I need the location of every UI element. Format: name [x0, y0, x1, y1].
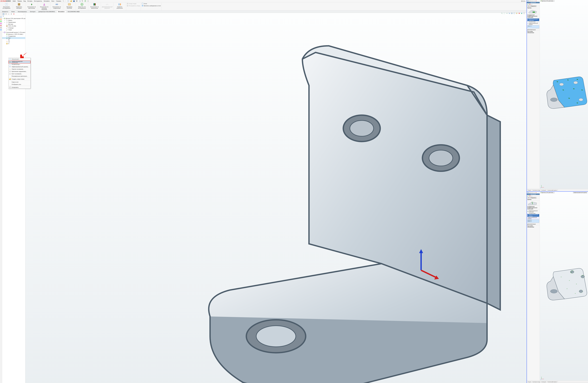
breadcrumb[interactable]: Деталь1 (По умолчани... — [540, 192, 555, 193]
view-settings-icon[interactable] — [523, 12, 525, 14]
tree-annotations[interactable]: ▸Примечания — [2, 21, 25, 23]
mgr-tab-property-icon[interactable] — [529, 192, 531, 193]
ctx-fixed-hinge[interactable]: Зафиксированный шарнир... — [9, 66, 30, 68]
tab-mbd[interactable]: SOLIDWORKS MBD — [66, 10, 81, 13]
scene-icon[interactable] — [521, 12, 523, 14]
section-view-icon[interactable] — [508, 12, 510, 14]
pm-opt-fixed-geometry[interactable]: Зафиксированная геометрия — [527, 210, 539, 213]
btab-model[interactable]: Модель — [527, 189, 532, 191]
ribbon-compare-results[interactable]: Сравнить результаты — [113, 2, 126, 10]
ctx-fixed-geometry[interactable]: Зафиксированная геометрия... — [9, 61, 30, 63]
menu-search-icon[interactable] — [62, 0, 65, 2]
mgr-tab-config-icon[interactable] — [531, 192, 533, 193]
ribbon-run-study[interactable]: Запустить это исследование — [76, 2, 88, 10]
btab-3dviews[interactable]: Трехмерные виды — [532, 381, 541, 383]
btab-motion[interactable]: Анимация1 — [541, 381, 547, 383]
mgr-tab-expand-icon[interactable]: › — [23, 13, 25, 15]
pm-ok-icon[interactable] — [527, 3, 529, 5]
graphics-viewport[interactable]: Y X Z — [25, 13, 527, 383]
inset-viewport-bottom[interactable]: Деталь1 (По умолчани... Зафиксированный … — [540, 192, 588, 381]
inset-viewport-top[interactable]: Деталь1 (По умолчани... — [540, 0, 588, 189]
pm-tab-type[interactable]: Тип — [527, 5, 530, 7]
tree-material[interactable]: 7075-T6 (SN) — [2, 25, 25, 27]
ctx-bolt[interactable]: Болт основания... — [9, 73, 30, 75]
hide-show-icon[interactable] — [516, 12, 518, 14]
ctx-copy[interactable]: Копировать — [9, 86, 30, 89]
qat-open-icon[interactable] — [70, 0, 72, 2]
view-triad[interactable] — [541, 376, 545, 380]
menu-window[interactable]: Окно — [51, 0, 55, 2]
tab-addins[interactable]: Добавления SOLIDWORKS — [37, 10, 56, 13]
zoom-fit-icon[interactable] — [501, 12, 503, 14]
tree-mesh[interactable]: Се — [2, 41, 25, 43]
qat-options-icon[interactable] — [87, 0, 89, 2]
pm-pushpin-icon[interactable] — [531, 3, 532, 5]
tree-sensors[interactable]: Датчики — [2, 23, 25, 25]
tree-result-options[interactable]: П — [2, 43, 25, 45]
ctx-new-folder[interactable]: Создать новую папку — [9, 78, 30, 80]
menu-tools[interactable]: Инструменты — [33, 0, 43, 2]
ctx-advanced[interactable]: Расширенные крепления... — [9, 75, 30, 77]
tab-sketch[interactable]: Эскиз — [10, 10, 16, 13]
pm-cancel-icon[interactable] — [529, 3, 531, 5]
mgr-tab-property-icon[interactable] — [5, 13, 7, 15]
tree-connections[interactable]: Соединения — [2, 35, 25, 37]
qat-undo-icon[interactable] — [78, 0, 81, 2]
pm-tab-split[interactable]: Разделить — [530, 5, 537, 7]
mgr-tab-dimxpert-icon[interactable] — [533, 0, 535, 2]
display-style-icon[interactable] — [513, 12, 515, 14]
mgr-tab-config-icon[interactable] — [531, 0, 533, 2]
pm-symbol-header[interactable]: Настройки обозначения — [527, 31, 540, 34]
ctx-bearing[interactable]: Крепление подшипника... — [9, 70, 30, 73]
pm-opt-fixed-geometry[interactable]: Зафиксированная геометрия — [527, 19, 539, 21]
pm-advanced-header[interactable]: Дополнительно — [527, 29, 540, 31]
menu-edit[interactable]: Правка — [17, 0, 22, 2]
btab-motion[interactable]: Анимация1 — [541, 189, 547, 191]
tree-history[interactable]: ▸History — [2, 20, 25, 21]
mgr-tab-feature-icon[interactable] — [2, 13, 5, 15]
view-orient-icon[interactable] — [511, 12, 513, 14]
btab-model[interactable]: Модель — [527, 381, 532, 383]
pm-opt-hinge[interactable]: Зафиксированный шарнир — [527, 23, 539, 25]
view-triad[interactable] — [541, 184, 545, 188]
mgr-tab-display-icon[interactable] — [535, 0, 537, 2]
btab-study[interactable]: Статический анализ 1 — [547, 189, 558, 191]
ribbon-loads-advisor[interactable]: Консультант по внешним нагрузкам — [38, 2, 51, 10]
pm-selection-list[interactable]: Грань<1> — [527, 25, 539, 28]
mgr-tab-feature-icon[interactable] — [527, 192, 529, 193]
include-image-item[interactable]: Включить изображение в отчет — [142, 5, 161, 7]
report-item[interactable]: Отчет — [142, 3, 161, 5]
pm-ok-icon[interactable] — [527, 195, 529, 197]
menu-view[interactable]: Вид — [23, 0, 27, 2]
qat-new-icon[interactable] — [67, 0, 70, 2]
tree-fixtures[interactable]: Кре — [2, 37, 25, 39]
tree-plane-top[interactable]: Сверх — [2, 29, 25, 31]
menu-file[interactable]: Файл — [12, 0, 17, 2]
tree-study[interactable]: ▾Статический анализ 1 (-По умолчанию- — [2, 31, 25, 33]
qat-save-icon[interactable] — [73, 0, 75, 2]
ribbon-results-advisor[interactable]: Консультант по результатам — [88, 2, 101, 10]
zoom-area-icon[interactable] — [503, 12, 505, 14]
ctx-roller[interactable]: Ролик/ползун... — [9, 63, 30, 66]
mgr-tab-display-icon[interactable] — [13, 13, 15, 15]
menu-help[interactable]: Справка — [55, 0, 62, 2]
rail-resources-icon[interactable] — [0, 16, 2, 18]
menu-insert[interactable]: Вставка — [27, 0, 33, 2]
ribbon-study-advisor[interactable]: ? Консультант исследования — [0, 2, 13, 10]
tree-filter[interactable] — [2, 15, 25, 17]
pm-pushpin-icon[interactable] — [531, 195, 532, 197]
btab-study[interactable]: Статический анализ 1 — [547, 381, 558, 383]
rail-custom-props-icon[interactable] — [0, 27, 2, 29]
mgr-tab-feature-icon[interactable] — [527, 0, 529, 2]
pm-cancel-icon[interactable] — [529, 195, 531, 197]
prev-view-icon[interactable] — [506, 12, 508, 14]
appearance-icon[interactable] — [518, 12, 520, 14]
pm-symbol-header[interactable]: Настройки обозначения — [527, 225, 540, 228]
tree-plane-front[interactable]: Спереди — [2, 27, 25, 29]
mgr-tab-dimxpert-icon[interactable] — [533, 192, 535, 193]
tree-study-part[interactable]: Деталь1 (-7075-T6 (SN)-) — [2, 33, 25, 35]
ribbon-apply-material[interactable]: Применить материал — [13, 2, 25, 10]
rail-design-lib-icon[interactable] — [0, 19, 2, 20]
ribbon-connections-advisor[interactable]: Консультант по соединениям — [51, 2, 63, 10]
btab-3dviews[interactable]: Трехмерные виды — [532, 189, 541, 191]
